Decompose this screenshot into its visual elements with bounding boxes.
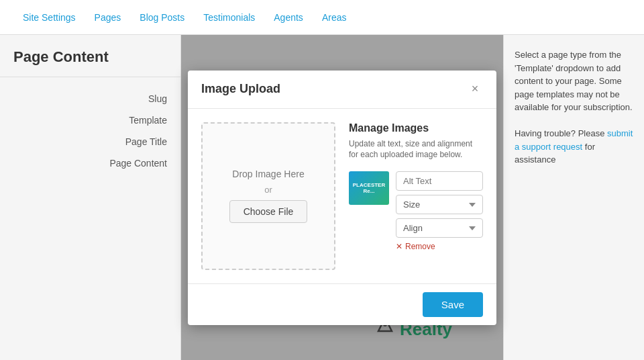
sidebar-item-page-content[interactable]: Page Content bbox=[0, 152, 180, 174]
sidebar-item-page-title[interactable]: Page Title bbox=[0, 131, 180, 152]
image-upload-modal: Image Upload × Drop Image Here or Choose… bbox=[188, 71, 496, 325]
image-thumb-label: PLACESTER Re... bbox=[352, 182, 386, 195]
sidebar-title: Page Content bbox=[0, 48, 180, 77]
sidebar-item-slug[interactable]: Slug bbox=[0, 88, 180, 109]
remove-label: Remove bbox=[405, 242, 435, 251]
trouble-prefix: Having trouble? Please bbox=[515, 128, 604, 138]
nav-testimonials[interactable]: Testimonials bbox=[194, 0, 264, 35]
nav-pages[interactable]: Pages bbox=[85, 0, 131, 35]
drop-image-text: Drop Image Here bbox=[232, 169, 304, 179]
page-area: Page Content Slug Template Page Title Pa… bbox=[0, 35, 644, 360]
top-navigation: Site Settings Pages Blog Posts Testimoni… bbox=[0, 0, 644, 35]
alt-text-input[interactable] bbox=[396, 171, 483, 191]
sidebar: Page Content Slug Template Page Title Pa… bbox=[0, 35, 181, 360]
nav-agents[interactable]: Agents bbox=[264, 0, 313, 35]
sidebar-item-template[interactable]: Template bbox=[0, 109, 180, 131]
image-row: PLACESTER Re... Size Small Medium Large … bbox=[349, 171, 483, 251]
main-content: PLACESTER Realty Image Upload × Drop Ima… bbox=[181, 35, 503, 360]
modal-overlay: Image Upload × Drop Image Here or Choose… bbox=[181, 35, 503, 360]
manage-images-area: Manage Images Update alt text, size and … bbox=[349, 122, 483, 270]
manage-images-title: Manage Images bbox=[349, 122, 483, 134]
modal-title: Image Upload bbox=[201, 82, 280, 96]
nav-areas[interactable]: Areas bbox=[313, 0, 356, 35]
image-thumbnail: PLACESTER Re... bbox=[349, 171, 389, 205]
save-button[interactable]: Save bbox=[423, 292, 483, 317]
modal-footer: Save bbox=[188, 283, 496, 325]
remove-image-link[interactable]: ✕ Remove bbox=[396, 242, 483, 251]
right-panel: Select a page type from the 'Template' d… bbox=[503, 35, 644, 360]
remove-x-icon: ✕ bbox=[396, 242, 402, 251]
right-panel-main-text: Select a page type from the 'Template' d… bbox=[515, 50, 633, 112]
sidebar-divider bbox=[0, 77, 180, 77]
modal-close-button[interactable]: × bbox=[467, 81, 483, 97]
right-panel-trouble: Having trouble? Please submit a support … bbox=[515, 127, 633, 167]
right-panel-text: Select a page type from the 'Template' d… bbox=[515, 48, 633, 114]
manage-images-description: Update alt text, size and alignment for … bbox=[349, 138, 483, 161]
modal-header: Image Upload × bbox=[188, 71, 496, 109]
align-select[interactable]: Align Left Center Right bbox=[396, 218, 483, 238]
size-select[interactable]: Size Small Medium Large Full bbox=[396, 195, 483, 214]
upload-drop-zone[interactable]: Drop Image Here or Choose File bbox=[201, 122, 335, 270]
or-text: or bbox=[264, 185, 272, 195]
choose-file-button[interactable]: Choose File bbox=[229, 200, 308, 223]
image-controls: Size Small Medium Large Full Align Left bbox=[396, 171, 483, 251]
nav-blog-posts[interactable]: Blog Posts bbox=[130, 0, 194, 35]
modal-body: Drop Image Here or Choose File Manage Im… bbox=[188, 109, 496, 283]
nav-site-settings[interactable]: Site Settings bbox=[13, 0, 85, 35]
